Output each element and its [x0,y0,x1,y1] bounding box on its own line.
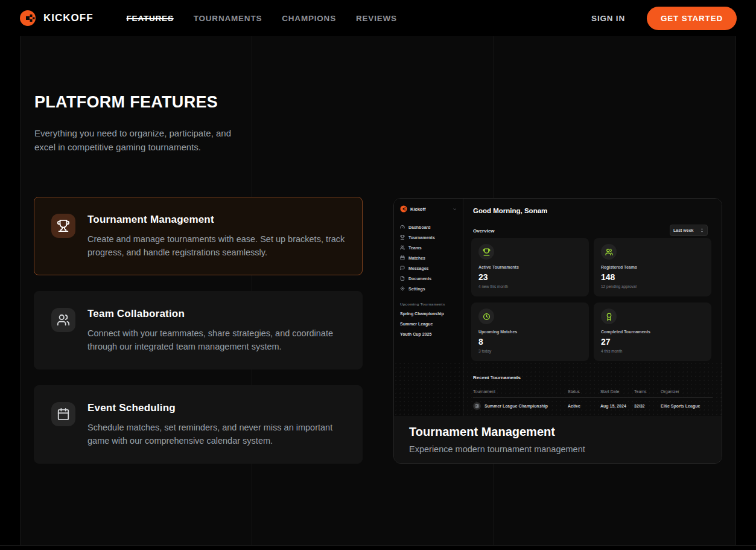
feature-title: Team Collaboration [87,308,345,320]
preview-nav-label: Teams [408,246,422,250]
landing-page: KICKOFF FEATURES TOURNAMENTS CHAMPIONS R… [0,0,756,550]
tournament-name: Summer League Championship [484,404,548,408]
users-icon [51,308,75,332]
cell-organizer: Elite Sports League [661,404,713,408]
feature-card-team-collaboration[interactable]: Team Collaboration Connect with your tea… [34,291,363,369]
nav-item-tournaments[interactable]: TOURNAMENTS [194,14,262,23]
chevron-down-icon [453,207,457,211]
trophy-icon [478,244,494,260]
dashboard-preview: Kickoff Dashboard Tournaments [394,199,722,416]
column-header: Tournament [473,389,568,394]
stat-card-upcoming-matches: Upcoming Matches 8 3 today [471,302,589,361]
stat-label: Active Tournaments [478,265,582,269]
calendar-icon [51,402,75,426]
stat-sub: 3 today [478,349,582,353]
gear-icon [400,286,405,291]
brand[interactable]: KICKOFF [19,10,94,27]
preview-nav-label: Settings [408,287,425,291]
feature-title: Event Scheduling [87,402,345,414]
preview-sidebar: Kickoff Dashboard Tournaments [394,199,463,416]
stat-sub: 12 pending approval [601,284,704,289]
table-row: Summer League Championship Active Aug 15… [473,398,713,414]
feature-description: Create and manage tournaments with ease.… [87,232,345,259]
preview-period-select: Last week [670,225,708,236]
preview-nav-tournaments: Tournaments [400,234,457,240]
preview-overview-label: Overview [473,228,495,234]
preview-upcoming-item: Summer League [400,322,457,326]
stat-card-active-tournaments: Active Tournaments 23 4 new this month [471,238,589,296]
nav-item-features[interactable]: FEATURES [127,14,174,23]
message-icon [400,266,405,270]
stat-value: 27 [601,337,704,347]
grid-line [20,36,21,545]
stat-label: Upcoming Matches [478,330,582,334]
grid-line [735,36,736,545]
preview-brand: Kickoff [400,204,457,214]
sign-in-link[interactable]: SIGN IN [591,14,625,23]
header-actions: SIGN IN GET STARTED [591,7,737,30]
preview-sidebar-section-label: Upcoming Tournaments [400,302,457,306]
preview-greeting: Good Morning, Sonam [473,207,547,214]
preview-nav-documents: Documents [400,275,457,281]
preview-nav-label: Documents [408,277,431,281]
grid-line [0,545,756,546]
feature-description: Schedule matches, set reminders, and nev… [87,421,345,447]
select-arrows-icon [700,228,704,233]
stat-sub: 4 new this month [478,284,582,289]
medal-icon [601,309,617,324]
gauge-icon [400,225,405,229]
preview-nav-label: Tournaments [408,235,435,240]
feature-card-body: Tournament Management Create and manage … [87,214,345,258]
globe-icon [473,402,481,410]
trophy-icon [400,235,405,240]
preview-nav-settings: Settings [400,286,457,292]
preview-upcoming-list: Spring Championship Summer League Youth … [400,312,457,336]
nav-item-champions[interactable]: CHAMPIONS [282,14,336,23]
nav-item-reviews[interactable]: REVIEWS [356,14,397,23]
preview-main: Good Morning, Sonam Last week Overview A… [463,199,722,416]
preview-period-value: Last week [673,228,693,232]
cell-tournament: Summer League Championship [473,402,568,410]
stat-value: 8 [478,337,582,347]
preview-nav-teams: Teams [400,245,457,251]
preview-caption-subtitle: Experience modern tournament management [409,444,707,454]
stat-card-registered-teams: Registered Teams 148 12 pending approval [594,238,711,296]
get-started-button[interactable]: GET STARTED [647,7,737,30]
preview-nav-messages: Messages [400,265,457,271]
feature-card-event-scheduling[interactable]: Event Scheduling Schedule matches, set r… [34,385,363,464]
kickoff-logo-icon [400,205,407,213]
preview-upcoming-item: Spring Championship [400,312,457,316]
users-icon [601,244,617,260]
brand-name: KICKOFF [43,12,94,24]
preview-recent-title: Recent Tournaments [473,375,521,380]
stat-label: Completed Tournaments [601,330,704,334]
stat-card-completed-tournaments: Completed Tournaments 27 4 this month [594,302,711,361]
document-icon [400,276,405,281]
preview-nav-label: Messages [408,266,428,270]
preview-nav: Dashboard Tournaments Teams Matches [400,224,457,292]
page-subtitle: Everything you need to organize, partici… [34,126,240,154]
preview-recent-table: Tournament Status Start Date Teams Organ… [473,386,713,414]
preview-nav-dashboard: Dashboard [400,224,457,230]
stat-value: 23 [478,272,582,282]
cell-start-date: Aug 15, 2024 [600,404,634,408]
main-nav: FEATURES TOURNAMENTS CHAMPIONS REVIEWS [127,14,397,23]
stat-sub: 4 this month [601,349,704,353]
preview-caption: Tournament Management Experience modern … [394,416,722,464]
feature-preview-panel: Kickoff Dashboard Tournaments [393,198,722,464]
preview-caption-title: Tournament Management [409,425,707,439]
platform-features-section: PLATFORM FEATURES Everything you need to… [34,93,240,154]
cell-teams: 32/32 [634,404,661,408]
users-icon [400,245,405,250]
feature-card-tournament-management[interactable]: Tournament Management Create and manage … [34,197,363,275]
feature-card-body: Event Scheduling Schedule matches, set r… [87,402,345,447]
trophy-icon [51,214,75,238]
column-header: Status [568,389,600,394]
column-header: Organizer [661,389,713,394]
top-navbar: KICKOFF FEATURES TOURNAMENTS CHAMPIONS R… [0,0,756,36]
preview-nav-label: Matches [408,256,425,260]
column-header: Start Date [600,389,634,394]
preview-upcoming-item: Youth Cup 2025 [400,332,457,336]
preview-nav-matches: Matches [400,255,457,261]
page-title: PLATFORM FEATURES [34,93,240,112]
